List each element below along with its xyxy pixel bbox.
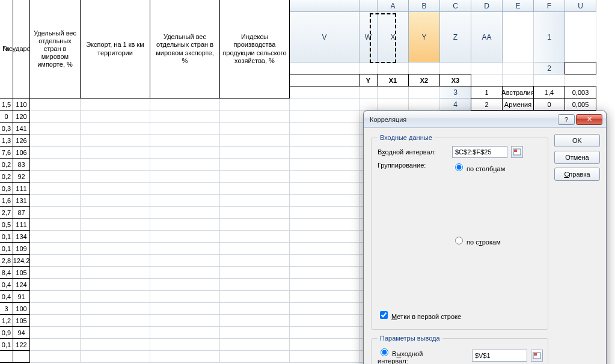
cell-V7[interactable] [81, 147, 150, 159]
dialog-titlebar[interactable]: Корреляция ? ✕ [364, 111, 606, 128]
cell-F23[interactable]: 105 [13, 314, 30, 327]
cell-X18[interactable] [220, 255, 290, 267]
cell-U14[interactable] [30, 231, 81, 243]
cell-F3[interactable]: 110 [13, 98, 30, 111]
cancel-button[interactable]: Отмена [554, 151, 600, 164]
cell-W21[interactable] [150, 291, 220, 303]
cell-W23[interactable] [150, 315, 220, 327]
cell-F7[interactable]: 106 [13, 146, 30, 159]
cell-X14[interactable] [220, 231, 290, 243]
cell-V1[interactable] [290, 62, 360, 74]
cell-U10[interactable] [30, 183, 81, 195]
cell-E11[interactable]: 1,6 [0, 194, 13, 207]
cell-X2[interactable] [565, 74, 596, 86]
cell-Y2[interactable] [290, 86, 360, 99]
cell-E12[interactable]: 2,7 [0, 206, 13, 219]
cell-W14[interactable] [150, 231, 220, 243]
cell-E10[interactable]: 0,3 [0, 182, 13, 195]
cell-V5[interactable] [81, 123, 150, 135]
cell-E1[interactable]: Удельный вес отдельных стран в мировом э… [150, 0, 220, 99]
cell-V4[interactable] [81, 111, 150, 123]
cell-W24[interactable] [150, 327, 220, 339]
cell-V9[interactable] [81, 171, 150, 183]
cell-U17[interactable] [30, 243, 81, 255]
cell-W17[interactable] [150, 243, 220, 255]
col-head-rownum[interactable] [360, 0, 378, 12]
cell-Y8[interactable] [290, 159, 360, 171]
cell-Z1[interactable] [440, 62, 471, 74]
row-head-4[interactable]: 4 [440, 99, 471, 111]
cell-E9[interactable]: 0,2 [0, 170, 13, 183]
cell-Y25[interactable] [290, 339, 360, 351]
cell-E6[interactable]: 1,3 [0, 134, 13, 147]
cell-E19[interactable]: 8,4 [0, 266, 13, 279]
cell-X8[interactable] [220, 159, 290, 171]
cell-Y10[interactable] [290, 183, 360, 195]
cell-X23[interactable] [220, 315, 290, 327]
select-all-corner[interactable] [290, 0, 360, 12]
cell-W12[interactable] [150, 207, 220, 219]
cell-U1[interactable] [565, 12, 596, 62]
cell-D4[interactable]: 0,005 [565, 98, 596, 111]
output-range-option[interactable]: Выходной интервал: [378, 347, 448, 364]
cell-F11[interactable]: 131 [13, 194, 30, 207]
cell-X22[interactable] [220, 303, 290, 315]
cell-X11[interactable] [220, 195, 290, 207]
col-head-B[interactable]: B [409, 0, 440, 12]
cell-Y6[interactable] [290, 135, 360, 147]
cell-F14[interactable]: 134 [13, 230, 30, 243]
cell-F10[interactable]: 111 [13, 182, 30, 195]
cell-D2[interactable]: X1 [377, 74, 409, 86]
row-head-3[interactable]: 3 [440, 86, 471, 99]
cell-F13[interactable]: 111 [13, 218, 30, 231]
cell-V24[interactable] [81, 327, 150, 339]
col-head-D[interactable]: D [471, 0, 503, 12]
cell-W11[interactable] [150, 195, 220, 207]
cell-E18[interactable]: 2,8 [0, 254, 13, 267]
group-by-cols[interactable]: по столбцам [452, 162, 505, 232]
cell-F1[interactable]: Индексы производства продукции сельского… [219, 0, 290, 99]
cell-E25[interactable]: 0,1 [0, 338, 13, 351]
cell-Y14[interactable] [290, 231, 360, 243]
cell-Y9[interactable] [290, 171, 360, 183]
cell-X6[interactable] [220, 135, 290, 147]
cell-F17[interactable]: 109 [13, 242, 30, 255]
cell-Y22[interactable] [290, 303, 360, 315]
cell-U20[interactable] [30, 279, 81, 291]
cell-F8[interactable]: 83 [13, 158, 30, 171]
cell-X7[interactable] [220, 147, 290, 159]
output-range-field[interactable] [472, 350, 527, 362]
cell-Y24[interactable] [290, 327, 360, 339]
cell-X24[interactable] [220, 327, 290, 339]
cell-W3[interactable] [150, 99, 220, 111]
cell-U5[interactable] [30, 123, 81, 135]
cell-U12[interactable] [30, 207, 81, 219]
col-head-F[interactable]: F [534, 0, 565, 12]
cell-V14[interactable] [81, 231, 150, 243]
cell-X10[interactable] [220, 183, 290, 195]
row-head-2[interactable]: 2 [534, 62, 565, 74]
cell-V11[interactable] [81, 195, 150, 207]
col-head-E[interactable]: E [503, 0, 534, 12]
cell-W6[interactable] [150, 135, 220, 147]
col-head-C[interactable]: C [440, 0, 471, 12]
cell-X13[interactable] [220, 219, 290, 231]
cell-E23[interactable]: 1,2 [0, 314, 13, 327]
cell-U4[interactable] [30, 111, 81, 123]
cell-W20[interactable] [150, 279, 220, 291]
cell-X17[interactable] [220, 243, 290, 255]
cell-E13[interactable]: 0,5 [0, 218, 13, 231]
cell-F25[interactable]: 122 [13, 338, 30, 351]
cell-W19[interactable] [150, 267, 220, 279]
cell-E4[interactable]: 0 [0, 110, 13, 123]
cell-X26[interactable] [220, 351, 290, 363]
output-range-picker[interactable] [531, 350, 543, 362]
cell-V8[interactable] [81, 159, 150, 171]
cell-V18[interactable] [81, 255, 150, 267]
cell-C3[interactable]: 1,4 [533, 86, 565, 99]
cell-F12[interactable]: 87 [13, 206, 30, 219]
col-head-W[interactable]: W [360, 12, 378, 62]
cell-E14[interactable]: 0,1 [0, 230, 13, 243]
cell-Z2[interactable] [360, 86, 378, 99]
cell-X25[interactable] [220, 339, 290, 351]
